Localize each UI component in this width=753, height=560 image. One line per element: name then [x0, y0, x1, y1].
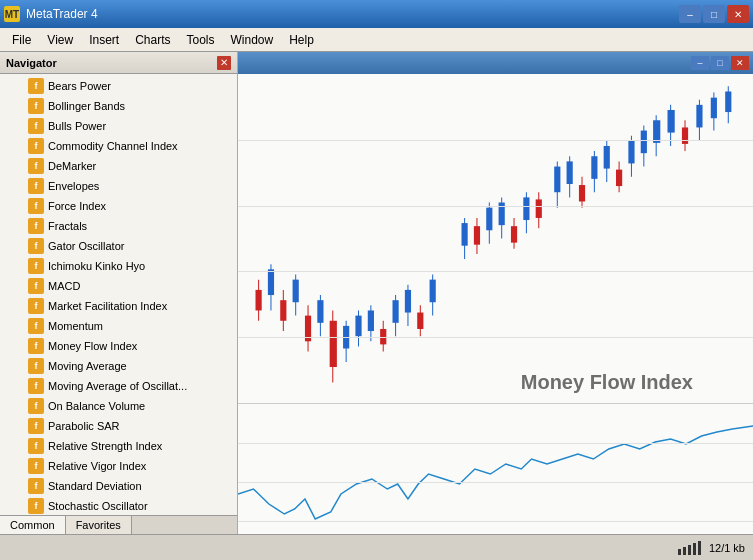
list-item[interactable]: f Moving Average of Oscillat... — [0, 376, 237, 396]
main-area: Navigator ✕ f Bears Power f Bollinger Ba… — [0, 52, 753, 534]
menu-file[interactable]: File — [4, 31, 39, 49]
candlestick-chart — [238, 74, 753, 403]
list-item[interactable]: f Fractals — [0, 216, 237, 236]
list-item[interactable]: f DeMarker — [0, 156, 237, 176]
indicator-icon: f — [28, 98, 44, 114]
minimize-button[interactable]: – — [679, 5, 701, 23]
list-item[interactable]: f Bulls Power — [0, 116, 237, 136]
app-title: MetaTrader 4 — [26, 7, 98, 21]
grid-line — [238, 443, 753, 444]
mfi-chart — [238, 404, 753, 534]
indicator-icon: f — [28, 178, 44, 194]
svg-rect-31 — [462, 223, 468, 246]
chart-close-button[interactable]: ✕ — [731, 56, 749, 70]
chart-window-bar: – □ ✕ — [238, 52, 753, 74]
nav-list-inner: f Bears Power f Bollinger Bands f Bulls … — [0, 74, 237, 515]
menu-view[interactable]: View — [39, 31, 81, 49]
chart-maximize-button[interactable]: □ — [711, 56, 729, 70]
chart-main — [238, 74, 753, 404]
list-item[interactable]: f Relative Vigor Index — [0, 456, 237, 476]
list-item[interactable]: f Bollinger Bands — [0, 96, 237, 116]
tab-common[interactable]: Common — [0, 516, 66, 534]
navigator-header: Navigator ✕ — [0, 52, 237, 74]
grid-line — [238, 521, 753, 522]
svg-rect-63 — [668, 110, 675, 133]
list-item[interactable]: f Market Facilitation Index — [0, 296, 237, 316]
tab-favorites[interactable]: Favorites — [66, 516, 132, 534]
chart-area: – □ ✕ — [238, 52, 753, 534]
svg-rect-5 — [280, 300, 286, 321]
list-item[interactable]: f Standard Deviation — [0, 476, 237, 496]
menu-tools[interactable]: Tools — [179, 31, 223, 49]
svg-rect-59 — [641, 131, 647, 154]
svg-rect-45 — [554, 167, 560, 193]
list-item[interactable]: f On Balance Volume — [0, 396, 237, 416]
grid-line — [238, 206, 753, 207]
list-item[interactable]: f Relative Strength Index — [0, 436, 237, 456]
svg-rect-11 — [317, 300, 323, 323]
svg-rect-1 — [256, 290, 262, 311]
indicator-icon: f — [28, 398, 44, 414]
status-bar: 12/1 kb — [0, 534, 753, 560]
svg-rect-33 — [474, 226, 480, 245]
list-item[interactable]: f Envelopes — [0, 176, 237, 196]
menu-window[interactable]: Window — [223, 31, 282, 49]
grid-line — [238, 337, 753, 338]
svg-rect-19 — [368, 310, 374, 331]
list-item[interactable]: f Momentum — [0, 316, 237, 336]
list-item[interactable]: f Moving Average — [0, 356, 237, 376]
signal-bars — [678, 541, 701, 555]
indicator-icon: f — [28, 238, 44, 254]
svg-rect-25 — [405, 290, 411, 313]
list-item[interactable]: f Ichimoku Kinko Hyo — [0, 256, 237, 276]
bar-block-1 — [678, 549, 681, 555]
svg-rect-3 — [268, 269, 274, 295]
indicator-icon: f — [28, 118, 44, 134]
chart-minimize-button[interactable]: – — [691, 56, 709, 70]
navigator-close-button[interactable]: ✕ — [217, 56, 231, 70]
indicator-icon: f — [28, 298, 44, 314]
indicator-icon: f — [28, 358, 44, 374]
list-item[interactable]: f Gator Oscillator — [0, 236, 237, 256]
chart-canvas: Money Flow Index — [238, 74, 753, 534]
indicator-icon: f — [28, 278, 44, 294]
svg-rect-67 — [696, 105, 702, 128]
list-item[interactable]: f Force Index — [0, 196, 237, 216]
menu-charts[interactable]: Charts — [127, 31, 178, 49]
navigator-panel: Navigator ✕ f Bears Power f Bollinger Ba… — [0, 52, 238, 534]
svg-rect-13 — [330, 321, 337, 367]
app-icon: MT — [4, 6, 20, 22]
list-item[interactable]: f Money Flow Index — [0, 336, 237, 356]
svg-rect-23 — [393, 300, 399, 323]
navigator-title: Navigator — [6, 57, 57, 69]
title-bar-buttons: – □ ✕ — [679, 5, 749, 23]
svg-rect-39 — [511, 226, 517, 242]
status-right: 12/1 kb — [678, 541, 745, 555]
bar-block-3 — [688, 545, 691, 555]
indicator-icon: f — [28, 318, 44, 334]
list-item[interactable]: f Parabolic SAR — [0, 416, 237, 436]
list-item[interactable]: f Bears Power — [0, 76, 237, 96]
svg-rect-47 — [567, 161, 573, 184]
close-button[interactable]: ✕ — [727, 5, 749, 23]
svg-rect-69 — [711, 98, 717, 119]
list-item[interactable]: f Commodity Channel Index — [0, 136, 237, 156]
grid-line — [238, 482, 753, 483]
navigator-list[interactable]: f Bears Power f Bollinger Bands f Bulls … — [0, 74, 237, 515]
svg-rect-53 — [604, 146, 610, 169]
svg-rect-57 — [628, 141, 634, 164]
maximize-button[interactable]: □ — [703, 5, 725, 23]
indicator-icon: f — [28, 78, 44, 94]
indicator-icon: f — [28, 138, 44, 154]
list-item[interactable]: f Stochastic Oscillator — [0, 496, 237, 515]
indicator-icon: f — [28, 418, 44, 434]
menu-insert[interactable]: Insert — [81, 31, 127, 49]
svg-rect-65 — [682, 127, 688, 143]
bar-block-5 — [698, 541, 701, 555]
menu-help[interactable]: Help — [281, 31, 322, 49]
indicator-icon: f — [28, 218, 44, 234]
svg-rect-27 — [417, 313, 423, 329]
svg-rect-41 — [523, 197, 529, 220]
list-item[interactable]: f MACD — [0, 276, 237, 296]
title-bar-left: MT MetaTrader 4 — [4, 6, 98, 22]
